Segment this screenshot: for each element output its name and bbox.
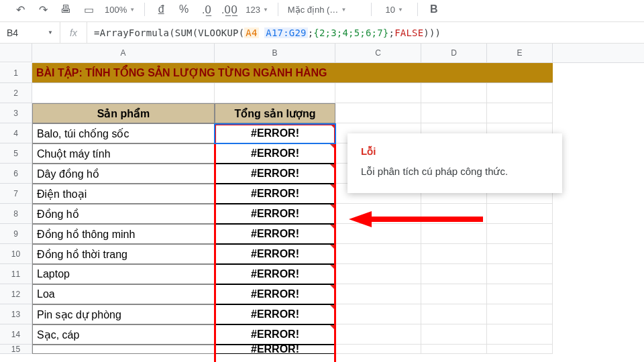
cell[interactable] xyxy=(487,264,553,284)
row-header[interactable]: 3 xyxy=(0,103,32,123)
cell[interactable] xyxy=(421,204,487,224)
row-header[interactable]: 7 xyxy=(0,184,32,204)
font-size-dropdown[interactable]: 10▼ xyxy=(381,5,408,15)
product-cell[interactable]: Điện thoại xyxy=(32,184,215,204)
select-all-corner[interactable] xyxy=(0,44,32,62)
column-header-cell[interactable]: Tổng sản lượng xyxy=(215,103,335,123)
column-headers: A B C D E xyxy=(32,44,644,63)
row-header[interactable]: 14 xyxy=(0,324,32,345)
row-header[interactable]: 11 xyxy=(0,264,32,284)
row-header[interactable]: 13 xyxy=(0,304,32,324)
cell[interactable] xyxy=(335,244,421,264)
paint-format-icon[interactable]: ▭ xyxy=(82,3,95,16)
percent-icon[interactable]: % xyxy=(177,3,191,16)
product-cell[interactable] xyxy=(32,345,215,354)
column-header[interactable]: A xyxy=(32,44,215,62)
number-format-dropdown[interactable]: 123▼ xyxy=(246,5,268,15)
cell[interactable] xyxy=(421,244,487,264)
cell[interactable] xyxy=(487,304,553,324)
cell[interactable] xyxy=(487,324,553,345)
formula-bar: B4▼ fx =ArrayFormula(SUM(VLOOKUP(A4 A17:… xyxy=(0,22,644,44)
cell[interactable] xyxy=(421,264,487,284)
cell[interactable] xyxy=(32,83,215,103)
cell[interactable] xyxy=(487,284,553,304)
error-cell[interactable]: #ERROR! xyxy=(215,184,335,204)
cell[interactable] xyxy=(335,284,421,304)
product-cell[interactable]: Sạc, cáp xyxy=(32,324,215,345)
table-row: 1BÀI TẬP: TÍNH TỔNG SẢN LƯỢNG TỪNG NGÀNH… xyxy=(0,63,644,83)
column-header-cell[interactable]: Sản phẩm xyxy=(32,103,215,123)
cell[interactable] xyxy=(487,224,553,244)
row-header[interactable]: 9 xyxy=(0,224,32,244)
cell[interactable] xyxy=(421,103,487,123)
product-cell[interactable]: Pin sạc dự phòng xyxy=(32,304,215,324)
error-cell[interactable]: #ERROR! xyxy=(215,264,335,284)
currency-icon[interactable]: đ xyxy=(154,3,168,16)
spreadsheet-grid[interactable]: A B C D E 1BÀI TẬP: TÍNH TỔNG SẢN LƯỢNG … xyxy=(0,44,644,354)
cell[interactable] xyxy=(487,83,553,103)
error-cell[interactable]: #ERROR! xyxy=(215,204,335,224)
product-cell[interactable]: Dây đồng hồ xyxy=(32,164,215,184)
cell[interactable] xyxy=(421,345,487,354)
cell[interactable] xyxy=(335,264,421,284)
cell[interactable] xyxy=(421,83,487,103)
product-cell[interactable]: Đồng hồ thời trang xyxy=(32,244,215,264)
error-cell[interactable]: #ERROR! xyxy=(215,164,335,184)
formula-input[interactable]: =ArrayFormula(SUM(VLOOKUP(A4 A17:G29;{2;… xyxy=(87,27,644,38)
decrease-decimal-icon[interactable]: .0̲ xyxy=(200,3,213,16)
product-cell[interactable]: Laptop xyxy=(32,264,215,284)
product-cell[interactable]: Đồng hồ thông minh xyxy=(32,224,215,244)
font-dropdown[interactable]: Mặc định (…▼ xyxy=(288,5,362,15)
error-cell[interactable]: #ERROR! xyxy=(215,324,335,345)
undo-icon[interactable]: ↶ xyxy=(13,3,27,16)
zoom-dropdown[interactable]: 100%▼ xyxy=(105,5,135,15)
error-cell[interactable]: #ERROR! xyxy=(215,244,335,264)
print-icon[interactable]: 🖶 xyxy=(59,3,72,16)
cell[interactable] xyxy=(335,204,421,224)
row-header[interactable]: 10 xyxy=(0,244,32,264)
error-cell[interactable]: #ERROR! xyxy=(215,304,335,324)
error-indicator-icon xyxy=(330,204,335,209)
row-header[interactable]: 15 xyxy=(0,345,32,354)
row-header[interactable]: 1 xyxy=(0,63,32,83)
row-header[interactable]: 12 xyxy=(0,284,32,304)
cell[interactable] xyxy=(335,345,421,354)
redo-icon[interactable]: ↷ xyxy=(36,3,50,16)
error-cell[interactable]: #ERROR! xyxy=(215,123,335,143)
cell[interactable] xyxy=(335,83,421,103)
row-header[interactable]: 6 xyxy=(0,164,32,184)
error-cell[interactable]: #ERROR! xyxy=(215,143,335,164)
title-cell[interactable]: BÀI TẬP: TÍNH TỔNG SẢN LƯỢNG TỪNG NGÀNH … xyxy=(32,63,553,83)
row-header[interactable]: 5 xyxy=(0,143,32,164)
cell[interactable] xyxy=(335,224,421,244)
column-header[interactable]: E xyxy=(487,44,553,62)
error-cell[interactable]: #ERROR! xyxy=(215,345,335,354)
column-header[interactable]: C xyxy=(335,44,421,62)
cell[interactable] xyxy=(487,244,553,264)
row-header[interactable]: 8 xyxy=(0,204,32,224)
cell[interactable] xyxy=(421,284,487,304)
cell[interactable] xyxy=(421,224,487,244)
row-header[interactable]: 4 xyxy=(0,123,32,143)
cell[interactable] xyxy=(487,345,553,354)
product-cell[interactable]: Balo, túi chống sốc xyxy=(32,123,215,143)
cell[interactable] xyxy=(421,324,487,345)
cell[interactable] xyxy=(487,204,553,224)
product-cell[interactable]: Loa xyxy=(32,284,215,304)
bold-icon[interactable]: B xyxy=(427,3,441,16)
column-header[interactable]: D xyxy=(421,44,487,62)
error-cell[interactable]: #ERROR! xyxy=(215,284,335,304)
cell[interactable] xyxy=(487,103,553,123)
product-cell[interactable]: Đồng hồ xyxy=(32,204,215,224)
cell[interactable] xyxy=(335,304,421,324)
cell[interactable] xyxy=(335,103,421,123)
cell[interactable] xyxy=(215,83,335,103)
row-header[interactable]: 2 xyxy=(0,83,32,103)
cell[interactable] xyxy=(421,304,487,324)
product-cell[interactable]: Chuột máy tính xyxy=(32,143,215,164)
cell[interactable] xyxy=(335,324,421,345)
error-cell[interactable]: #ERROR! xyxy=(215,224,335,244)
column-header[interactable]: B xyxy=(215,44,335,62)
increase-decimal-icon[interactable]: .0̲0̲ xyxy=(223,3,236,16)
name-box[interactable]: B4▼ xyxy=(0,22,60,43)
